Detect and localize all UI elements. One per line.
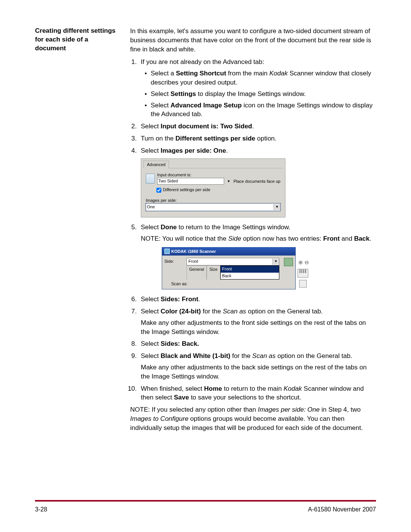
step1-b1: Select a Setting Shortcut from the main …: [145, 69, 376, 87]
images-per-side-select[interactable]: One ▼: [146, 203, 280, 211]
doc-id: A-61580 November 2007: [308, 505, 376, 514]
image-setup-icon[interactable]: [284, 258, 293, 266]
step9-note: Make any other adjustments to the back s…: [141, 363, 376, 381]
figure-side-dropdown: KODAK i1860 Scanner Side: Front ▼: [141, 247, 376, 290]
diff-settings-label: Different settings per side: [163, 187, 210, 193]
step-4: Select Images per side: One.: [139, 146, 376, 155]
step-1: If you are not already on the Advanced t…: [139, 58, 376, 119]
misc-icon: [299, 280, 307, 288]
page-number: 3-28: [35, 505, 47, 514]
input-doc-select[interactable]: Two Sided: [157, 178, 224, 185]
window-titlebar: KODAK i1860 Scanner: [162, 248, 295, 256]
diff-settings-checkbox[interactable]: [156, 188, 161, 193]
step-9: Select Black and White (1-bit) for the S…: [139, 351, 376, 381]
scan-as-label: Scan as:: [171, 281, 293, 287]
chevron-down-icon[interactable]: ▼: [227, 179, 231, 184]
step-8: Select Sides: Back.: [139, 339, 376, 348]
step-list: If you are not already on the Advanced t…: [130, 58, 376, 155]
step1-lead: If you are not already on the Advanced t…: [141, 58, 264, 66]
figure-advanced-tab: Advanced Input document is: Two Sided ▼ …: [141, 158, 376, 218]
side-select[interactable]: Front ▼: [186, 258, 279, 265]
side-label: Side:: [164, 258, 183, 264]
footer-divider: [35, 500, 376, 502]
step-3: Turn on the Different settings per side …: [139, 134, 376, 143]
document-icon: [146, 174, 155, 184]
step-6: Select Sides: Front.: [139, 295, 376, 304]
images-per-side-label: Images per side:: [146, 198, 280, 203]
side-dropdown-open[interactable]: Front Back: [220, 265, 279, 280]
side-option-front[interactable]: Front: [221, 266, 279, 272]
tab-general[interactable]: General: [186, 265, 207, 280]
step7-note: Make any other adjustments to the front …: [141, 318, 376, 337]
zoom-icons: ⊕ ⊖: [298, 259, 309, 267]
step1-bullets: Select a Setting Shortcut from the main …: [145, 69, 376, 119]
step1-b2: Select Settings to display the Image Set…: [145, 89, 376, 99]
note-2: NOTE: If you selected any option other t…: [130, 405, 376, 432]
step-2: Select Input document is: Two Sided.: [139, 122, 376, 131]
advanced-tab[interactable]: Advanced: [143, 161, 169, 168]
section-heading: Creating different settings for each sid…: [35, 27, 119, 53]
zoom-out-icon[interactable]: ⊖: [304, 259, 309, 267]
step-7: Select Color (24-bit) for the Scan as op…: [139, 307, 376, 336]
ruler-icon: ┃┃┃┃: [298, 269, 308, 278]
intro-paragraph: In this example, let's assume you want t…: [130, 27, 376, 54]
step-10: When finished, select Home to return to …: [139, 384, 376, 403]
page-footer: 3-28 A-61580 November 2007: [35, 505, 376, 514]
step-list-2: Select Done to return to the Image Setti…: [130, 223, 376, 243]
note-1: NOTE: You will notice that the Side opti…: [141, 234, 376, 243]
step-5: Select Done to return to the Image Setti…: [139, 223, 376, 243]
step-list-3: Select Sides: Front. Select Color (24-bi…: [130, 295, 376, 402]
place-docs-label: Place documents face up: [233, 179, 280, 184]
chevron-down-icon[interactable]: ▼: [274, 204, 280, 210]
app-icon: [164, 249, 170, 254]
tab-size[interactable]: Size: [207, 265, 220, 280]
chevron-down-icon[interactable]: ▼: [272, 259, 279, 265]
side-option-back[interactable]: Back: [221, 273, 279, 279]
zoom-in-icon[interactable]: ⊕: [298, 259, 303, 267]
input-doc-label: Input document is:: [157, 172, 280, 178]
step1-b3: Select Advanced Image Setup icon on the …: [145, 101, 376, 119]
